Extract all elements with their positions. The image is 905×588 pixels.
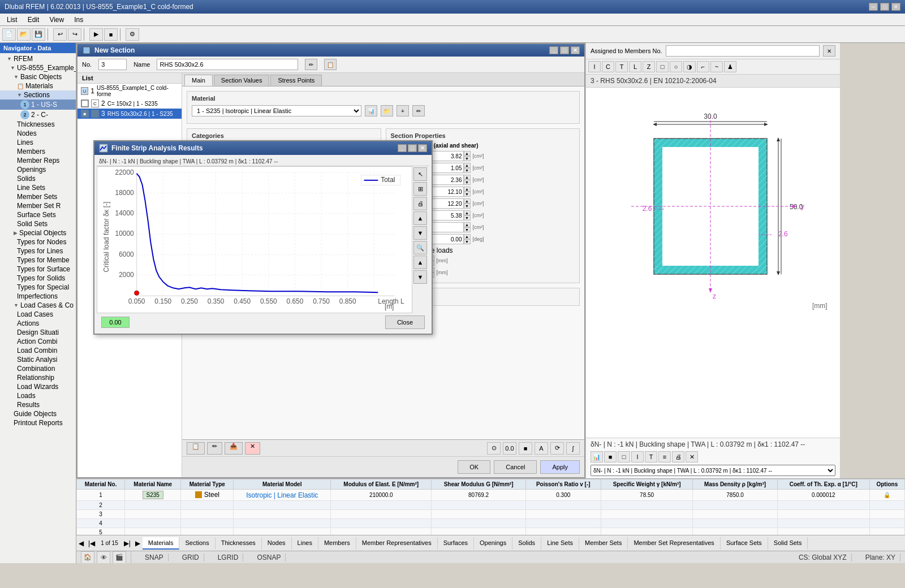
tool-btn2[interactable]: 0.0 [503, 442, 516, 455]
prev-tool-2[interactable]: ■ [604, 451, 617, 462]
nav-section-2[interactable]: 2 2 - C- [0, 110, 76, 120]
blank-down[interactable]: ▼ [464, 227, 471, 232]
name-info-btn[interactable]: 📋 [324, 59, 337, 70]
preview-dropdown[interactable]: δN- | N : -1 kN | Buckling shape | TWA |… [591, 465, 835, 476]
prev-tool-5[interactable]: T [645, 451, 657, 462]
prev-btn-circ[interactable]: ○ [670, 61, 682, 72]
shear-y-down[interactable]: ▼ [464, 168, 471, 173]
nav-nodes[interactable]: Nodes [0, 129, 76, 138]
nav-openings[interactable]: Openings [0, 165, 76, 174]
name-input[interactable] [157, 59, 298, 70]
axial-up[interactable]: ▲ [464, 151, 471, 156]
prev-btn-J[interactable]: ⌐ [697, 61, 709, 72]
btab-lines[interactable]: Lines [292, 537, 318, 550]
btab-members[interactable]: Members [318, 537, 356, 550]
rotation-up[interactable]: ▲ [464, 234, 471, 239]
nav-solids[interactable]: Solids [0, 174, 76, 183]
axial-down[interactable]: ▼ [464, 156, 471, 161]
close-btn[interactable]: ✕ [891, 3, 900, 11]
prev-btn-person[interactable]: ♟ [724, 61, 736, 72]
nav-actions[interactable]: Actions [0, 319, 76, 328]
shear-z-down[interactable]: ▼ [464, 180, 471, 185]
btab-surfaces[interactable]: Surfaces [438, 537, 474, 550]
ok-button[interactable]: OK [458, 460, 490, 474]
nav-members[interactable]: Members [0, 147, 76, 156]
nav-relationship[interactable]: Relationship [0, 373, 76, 382]
nav-member-set-r[interactable]: Member Set R [0, 201, 76, 210]
nav-types-lines[interactable]: Types for Lines [0, 247, 76, 256]
chart-btn-zoom[interactable]: 🔍 [413, 241, 427, 254]
torsion-up[interactable]: ▲ [464, 210, 471, 215]
nav-thicknesses[interactable]: Thicknesses [0, 120, 76, 129]
fsa-minimize[interactable]: _ [398, 144, 407, 152]
menu-ins[interactable]: Ins [70, 15, 88, 25]
nav-action-combi[interactable]: Action Combi [0, 337, 76, 346]
save-btn[interactable]: 💾 [32, 28, 45, 41]
open-btn[interactable]: 📂 [17, 28, 31, 41]
tool-btn4[interactable]: A [535, 442, 548, 455]
prev-btn-I[interactable]: I [588, 61, 601, 72]
btab-last[interactable]: ▶ [133, 539, 143, 547]
chart-btn-up2[interactable]: ▲ [413, 256, 427, 269]
chart-btn-up[interactable]: ▲ [413, 211, 427, 225]
nav-sections[interactable]: ▼ Sections [0, 90, 76, 100]
btab-sections[interactable]: Sections [179, 537, 215, 550]
nav-materials[interactable]: 📋 Materials [0, 81, 76, 90]
nav-member-sets[interactable]: Member Sets [0, 192, 76, 201]
nav-results[interactable]: Results [0, 400, 76, 409]
nav-types-special[interactable]: Types for Special [0, 283, 76, 292]
status-icon3[interactable]: 🎬 [113, 551, 126, 564]
status-icon1[interactable]: 🏠 [81, 551, 94, 564]
minimize-btn[interactable]: ─ [869, 3, 878, 11]
menu-list[interactable]: List [2, 15, 22, 25]
btab-materials[interactable]: Materials [143, 537, 180, 550]
shear-z-up[interactable]: ▲ [464, 175, 471, 180]
rotation-down[interactable]: ▼ [464, 239, 471, 244]
no-input[interactable] [98, 59, 127, 70]
material-btn1[interactable]: 📊 [365, 105, 377, 116]
nav-project[interactable]: ▼ US-8555_Example_1 [0, 63, 76, 72]
list-item-1[interactable]: U 1 US-8555_Example1_C cold-forme [77, 84, 182, 98]
nav-line-sets[interactable]: Line Sets [0, 183, 76, 192]
prev-tool-8[interactable]: ✕ [686, 451, 698, 462]
status-icon2[interactable]: 👁 [97, 551, 110, 564]
nav-static-analysi[interactable]: Static Analysi [0, 355, 76, 364]
list-item-2[interactable]: C 2 C= 150x2 | 1 - S235 [77, 98, 182, 109]
tab-main[interactable]: Main [184, 75, 213, 86]
menu-view[interactable]: View [45, 15, 68, 25]
apply-button[interactable]: Apply [540, 460, 580, 474]
nav-section-1[interactable]: 1 1 - US-S [0, 100, 76, 110]
moment-z-up[interactable]: ▲ [464, 198, 471, 204]
prev-btn-L[interactable]: L [629, 61, 641, 72]
nav-solid-sets[interactable]: Solid Sets [0, 219, 76, 228]
nav-rfem[interactable]: ▼ RFEM [0, 54, 76, 63]
nav-special-objects[interactable]: ▶ Special Objects [0, 228, 76, 237]
dialog-close[interactable]: ✕ [571, 46, 580, 54]
prev-btn-box[interactable]: □ [656, 61, 669, 72]
maximize-btn[interactable]: □ [880, 3, 889, 11]
fsa-maximize[interactable]: □ [408, 144, 417, 152]
material-select[interactable]: 1 - S235 | Isotropic | Linear Elastic [192, 105, 361, 116]
chart-btn-expand[interactable]: ⊞ [413, 182, 427, 196]
tool-btn1[interactable]: ⊙ [487, 442, 501, 455]
material-btn4[interactable]: ✏ [412, 105, 425, 116]
nav-types-solids[interactable]: Types for Solids [0, 274, 76, 283]
btab-member-representatives[interactable]: Member Representatives [356, 537, 438, 550]
tab-section-values[interactable]: Section Values [214, 75, 270, 86]
nav-types-membe[interactable]: Types for Membe [0, 256, 76, 265]
chart-btn-down[interactable]: ▼ [413, 226, 427, 240]
dialog-minimize[interactable]: _ [549, 46, 558, 54]
nav-types-nodes[interactable]: Types for Nodes [0, 237, 76, 247]
btab-next-page[interactable]: ▶| [122, 539, 133, 547]
nav-load-wizards[interactable]: Load Wizards [0, 382, 76, 391]
cancel-button[interactable]: Cancel [494, 460, 537, 474]
btab-solids[interactable]: Solids [512, 537, 541, 550]
prev-tool-7[interactable]: 🖨 [672, 451, 684, 462]
nav-basic-objects[interactable]: ▼ Basic Objects [0, 72, 76, 81]
menu-edit[interactable]: Edit [23, 15, 44, 25]
btab-solid-sets[interactable]: Solid Sets [768, 537, 808, 550]
material-btn2[interactable]: 📁 [381, 105, 393, 116]
nav-lines[interactable]: Lines [0, 138, 76, 147]
chart-btn-down2[interactable]: ▼ [413, 270, 427, 284]
chart-btn-arrow[interactable]: ↖ [413, 167, 427, 181]
